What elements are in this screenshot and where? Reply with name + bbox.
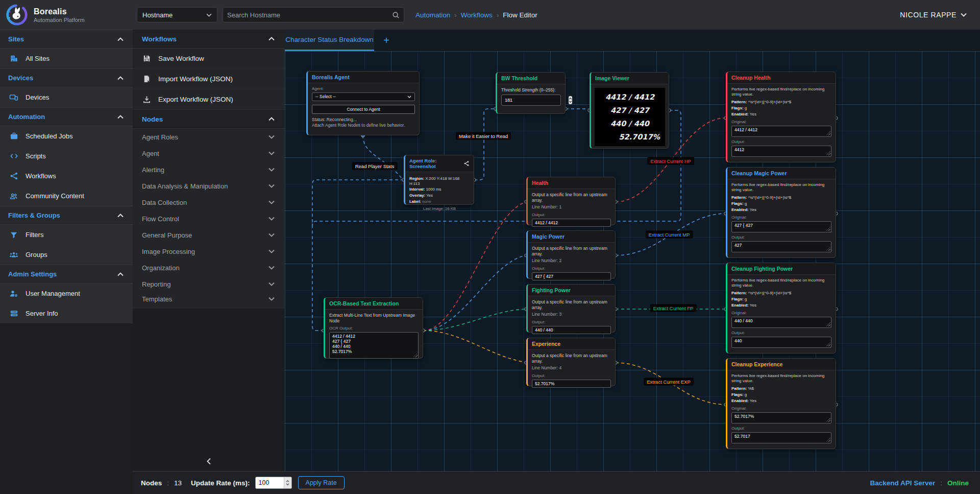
user-menu[interactable]: NICOLE RAPPE [900, 11, 980, 19]
apply-rate-button[interactable]: Apply Rate [298, 476, 345, 489]
node-category-data-analysis[interactable]: Data Analysis & Manipulation [133, 178, 285, 194]
node-magic-power[interactable]: Magic Power Output a specific line from … [526, 230, 616, 279]
chevron-down-icon [268, 297, 275, 301]
node-cleanup-health[interactable]: Cleanup Health Performs live regex-based… [726, 72, 836, 162]
sidebar-section-devices[interactable]: Devices [0, 68, 133, 87]
panel-collapse-button[interactable] [133, 458, 285, 465]
category-label: General Purpose [142, 231, 192, 239]
sidebar-section-sites[interactable]: Sites [0, 30, 133, 49]
output-textarea[interactable]: 4412 [731, 146, 831, 157]
sidebar-section-filters-groups[interactable]: Filters & Groups [0, 206, 133, 225]
update-rate-label: Update Rate (ms): [191, 479, 250, 487]
edge-label-extract-fp[interactable]: Extract Current FP [650, 304, 697, 312]
search-icon[interactable] [392, 11, 400, 19]
output-input[interactable] [532, 326, 611, 334]
ocr-output-textarea[interactable]: 4412 / 4412 427 { 427 440 / 440 52.7017% [329, 332, 419, 359]
node-fighting-power[interactable]: Fighting Power Output a specific line fr… [526, 284, 616, 333]
node-category-agent[interactable]: Agent [133, 145, 285, 161]
node-category-alerting[interactable]: Alerting [133, 161, 285, 178]
tab-character-status-breakdown[interactable]: Character Status Breakdown [285, 30, 374, 51]
node-image-viewer[interactable]: Image Viewer 4412 / 4412 427 / 427 440 /… [590, 72, 669, 149]
original-textarea[interactable]: 4412 / 4412 [731, 126, 831, 137]
key: Overlay: [409, 193, 425, 198]
node-ocr-text-extraction[interactable]: OCR-Based Text Extraction Extract Multi-… [324, 297, 423, 359]
node-cleanup-magic-power[interactable]: Cleanup Magic Power Performs live regex-… [726, 167, 836, 258]
sidebar-item-devices[interactable]: Devices [0, 87, 133, 107]
node-category-data-collection[interactable]: Data Collection [133, 194, 285, 210]
breadcrumb-automation[interactable]: Automation [415, 11, 450, 19]
output-input[interactable] [532, 380, 611, 388]
breadcrumb-workflows[interactable]: Workflows [461, 11, 493, 19]
sidebar-item-scripts[interactable]: Scripts [0, 146, 133, 166]
node-category-general-purpose[interactable]: General Purpose [133, 227, 285, 243]
breadcrumb-current: Flow Editor [503, 11, 537, 19]
node-cleanup-experience[interactable]: Cleanup Experience Performs live regex-b… [726, 358, 836, 449]
node-category-templates[interactable]: Templates [133, 292, 285, 309]
spinner-buttons[interactable] [569, 96, 572, 104]
app-logo[interactable]: Borealis Automation Platform [0, 3, 133, 27]
node-bw-threshold[interactable]: BW Threshold Threshold Strength (0–255): [496, 72, 566, 114]
chevron-down-icon [268, 217, 275, 221]
share-icon[interactable] [463, 160, 470, 167]
rabbit-logo-icon [5, 3, 29, 27]
output-textarea[interactable]: 427 [731, 241, 831, 252]
update-rate-field[interactable] [255, 477, 292, 489]
add-tab-button[interactable]: + [374, 30, 399, 51]
sidebar-item-workflows[interactable]: Workflows [0, 166, 133, 186]
spinner-buttons[interactable] [284, 477, 291, 488]
node-category-reporting[interactable]: Reporting [133, 276, 285, 292]
original-textarea[interactable]: 52.7017% [731, 412, 831, 424]
sidebar-item-server-info[interactable]: Server Info [0, 303, 133, 323]
output-input[interactable] [532, 219, 611, 227]
output-textarea[interactable]: 440 [731, 337, 831, 348]
edge-label-make-it-easier[interactable]: Make it Easier to Read [456, 132, 511, 140]
search-input[interactable] [227, 11, 392, 19]
connect-to-agent-button[interactable]: Connect to Agent [312, 105, 415, 114]
original-textarea[interactable]: 440 / 440 [731, 317, 831, 328]
edge-label-extract-mp[interactable]: Extract Current MP [646, 231, 693, 239]
export-workflow-button[interactable]: Export Workflow (JSON) [133, 89, 285, 110]
agent-select[interactable]: -- Select -- [312, 92, 415, 101]
sidebar-item-all-sites[interactable]: All Sites [0, 49, 133, 68]
edge-ocr-experience [423, 331, 525, 362]
save-workflow-button[interactable]: Save Workflow [133, 49, 285, 69]
edge-label-extract-exp[interactable]: Extract Current EXP [644, 378, 694, 386]
node-category-organization[interactable]: Organization [133, 260, 285, 276]
spinner-up-icon [569, 98, 572, 100]
node-agent-role-screenshot[interactable]: Agent Role: Screenshot Region: X:200 Y:4… [404, 155, 474, 205]
output-textarea[interactable]: 52.7017 [731, 432, 831, 443]
sidebar-section-admin-settings[interactable]: Admin Settings [0, 265, 133, 284]
hostname-search[interactable] [223, 7, 404, 22]
flow-canvas[interactable]: Read Player Stats Make it Easier to Read… [285, 51, 980, 471]
sidebar-item-user-management[interactable]: User Management [0, 284, 133, 303]
node-experience[interactable]: Experience Output a specific line from a… [526, 338, 616, 386]
edge-label-extract-hp[interactable]: Extract Current HP [647, 157, 694, 165]
sidebar-item-groups[interactable]: Groups [0, 245, 133, 265]
import-workflow-button[interactable]: Import Workflow (JSON) [133, 69, 285, 89]
node-borealis-agent[interactable]: Borealis Agent Agent: -- Select -- Conne… [306, 71, 420, 135]
node-category-image-processing[interactable]: Image Processing [133, 243, 285, 260]
nodes-panel-header[interactable]: Nodes [133, 110, 285, 129]
sidebar-item-community-content[interactable]: Community Content [0, 186, 133, 206]
sidebar-item-scheduled-jobs[interactable]: Scheduled Jobs [0, 126, 133, 146]
category-label: Templates [142, 295, 172, 303]
workflows-panel-header[interactable]: Workflows [133, 30, 285, 49]
update-rate-input[interactable] [256, 477, 284, 488]
threshold-input[interactable] [502, 95, 568, 105]
agent-select-label: Agent: [312, 86, 415, 91]
key: Pattern: [731, 100, 747, 104]
original-textarea[interactable]: 427 { 427 [731, 221, 831, 232]
node-health[interactable]: Health Output a specific line from an up… [526, 177, 616, 225]
node-category-flow-control[interactable]: Flow Control [133, 210, 285, 227]
sidebar-item-filters[interactable]: Filters [0, 225, 133, 245]
node-category-agent-roles[interactable]: Agent Roles [133, 129, 285, 145]
hostname-select[interactable]: Hostname [137, 7, 217, 22]
output-input[interactable] [532, 272, 611, 280]
key: Region: [409, 176, 424, 181]
edge-label-read-player-stats[interactable]: Read Player Stats [352, 162, 398, 170]
output-label: Output: [532, 266, 611, 271]
item-label: Server Info [26, 310, 58, 317]
sidebar-section-automation[interactable]: Automation [0, 107, 133, 126]
node-cleanup-fighting-power[interactable]: Cleanup Fighting Power Performs live reg… [726, 263, 836, 354]
last-image-size: Last Image: 16 KB [409, 206, 470, 211]
